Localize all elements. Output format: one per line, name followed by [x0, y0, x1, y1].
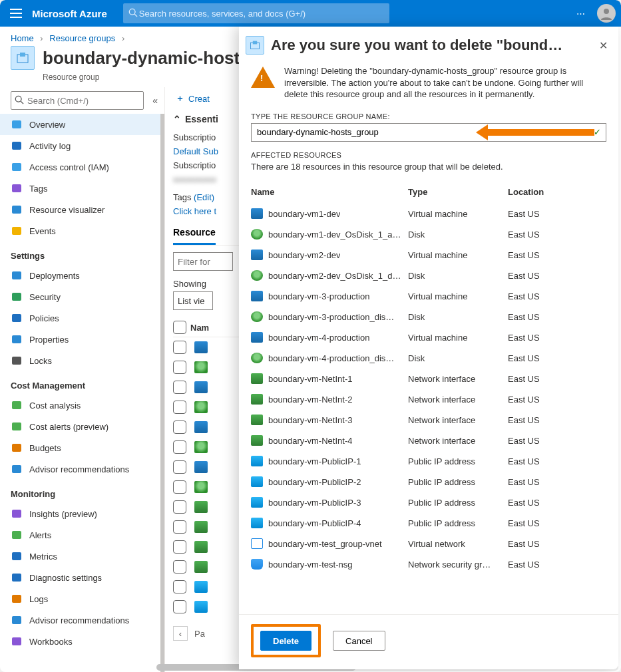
nav-item-advisor-recommendations[interactable]: Advisor recommendations — [0, 609, 160, 631]
nav-item-label: Deployments — [29, 271, 80, 281]
nav-item-cost-analysis[interactable]: Cost analysis — [0, 395, 160, 416]
insight-icon — [11, 508, 23, 519]
prev-page-button[interactable]: ‹ — [173, 626, 188, 641]
affected-note: There are 18 resources in this resource … — [239, 160, 618, 177]
breadcrumb-home[interactable]: Home — [11, 33, 34, 43]
column-name[interactable]: Nam — [190, 323, 209, 333]
affected-row[interactable]: boundary-vm-NetInt-4 Network interface E… — [251, 430, 606, 451]
affected-row[interactable]: boundary-vm-PublicIP-2 Public IP address… — [251, 472, 606, 492]
collapse-nav-icon[interactable]: « — [152, 95, 158, 106]
close-icon[interactable]: ✕ — [599, 39, 608, 52]
nav-item-diagnostic-settings[interactable]: Diagnostic settings — [0, 567, 160, 588]
svg-rect-26 — [12, 595, 21, 603]
select-all-checkbox[interactable] — [173, 321, 186, 334]
row-checkbox[interactable] — [173, 600, 186, 613]
delete-button[interactable]: Delete — [260, 631, 311, 651]
affected-row[interactable]: boundary-vm1-dev_OsDisk_1_a… Disk East U… — [251, 224, 606, 245]
affected-row[interactable]: boundary-vm-PublicIP-3 Public IP address… — [251, 492, 606, 513]
affected-row[interactable]: boundary-vm-4-production_dis… Disk East … — [251, 348, 606, 369]
row-checkbox[interactable] — [173, 401, 186, 414]
nav-item-access-control-iam-[interactable]: Access control (IAM) — [0, 156, 160, 178]
subscription-link[interactable]: Default Sub — [173, 146, 218, 156]
view-mode-select[interactable]: List vie — [173, 291, 213, 310]
affected-row[interactable]: boundary-vm1-dev Virtual machine East US — [251, 204, 606, 224]
nav-item-metrics[interactable]: Metrics — [0, 546, 160, 567]
row-checkbox[interactable] — [173, 500, 186, 514]
column-location[interactable]: Location — [508, 187, 574, 197]
advisor-icon — [11, 615, 23, 625]
breadcrumb-rg[interactable]: Resource groups — [49, 33, 115, 43]
svg-rect-23 — [12, 531, 21, 539]
nav-item-alerts[interactable]: Alerts — [0, 524, 160, 546]
affected-row[interactable]: boundary-vm-3-production Virtual machine… — [251, 286, 606, 307]
nav-item-overview[interactable]: Overview — [0, 114, 160, 135]
resource-type: Virtual machine — [408, 291, 508, 301]
row-checkbox[interactable] — [173, 420, 186, 434]
nav-item-advisor-recommendations[interactable]: Advisor recommendations — [0, 458, 160, 480]
column-name[interactable]: Name — [251, 187, 408, 197]
row-checkbox[interactable] — [173, 361, 186, 374]
resource-type: Disk — [408, 271, 508, 281]
affected-row[interactable]: boundary-vm2-dev_OsDisk_1_d… Disk East U… — [251, 265, 606, 286]
disk-icon — [194, 361, 208, 373]
row-checkbox[interactable] — [173, 520, 186, 534]
vm-icon — [194, 381, 208, 393]
nav-item-resource-visualizer[interactable]: Resource visualizer — [0, 199, 160, 220]
nav-item-security[interactable]: Security — [0, 286, 160, 307]
tags-edit[interactable]: (Edit) — [194, 192, 214, 202]
global-search-input[interactable] — [138, 8, 384, 19]
nav-item-events[interactable]: Events — [0, 220, 160, 242]
vnet-icon — [251, 538, 263, 549]
nav-search-input[interactable] — [11, 91, 144, 110]
create-button[interactable]: ＋ Creat — [176, 92, 210, 104]
nav-item-logs[interactable]: Logs — [0, 588, 160, 609]
net-icon — [251, 373, 263, 384]
row-checkbox[interactable] — [173, 560, 186, 574]
row-checkbox[interactable] — [173, 480, 186, 494]
nav-item-locks[interactable]: Locks — [0, 350, 160, 371]
nav-item-deployments[interactable]: Deployments — [0, 265, 160, 286]
row-checkbox[interactable] — [173, 460, 186, 474]
row-checkbox[interactable] — [173, 341, 186, 354]
tab-resources[interactable]: Resource — [173, 223, 216, 245]
column-type[interactable]: Type — [408, 187, 508, 197]
affected-row[interactable]: boundary-vm-PublicIP-4 Public IP address… — [251, 513, 606, 534]
vm-icon — [194, 341, 208, 353]
resource-location: East US — [508, 498, 574, 508]
row-checkbox[interactable] — [173, 381, 186, 394]
nav-item-activity-log[interactable]: Activity log — [0, 135, 160, 156]
affected-row[interactable]: boundary-vm-test_group-vnet Virtual netw… — [251, 534, 606, 554]
tags-add-link[interactable]: Click here t — [173, 206, 216, 216]
nav-item-tags[interactable]: Tags — [0, 178, 160, 199]
resource-filter-input[interactable] — [173, 252, 233, 271]
affected-row[interactable]: boundary-vm-4-production Virtual machine… — [251, 327, 606, 348]
row-checkbox[interactable] — [173, 440, 186, 454]
nav-item-cost-alerts-preview-[interactable]: Cost alerts (preview) — [0, 416, 160, 437]
row-checkbox[interactable] — [173, 540, 186, 554]
hamburger-icon[interactable] — [5, 9, 27, 18]
global-search[interactable] — [123, 3, 389, 23]
avatar[interactable] — [597, 4, 616, 23]
ip-icon — [251, 476, 263, 487]
nav-item-workbooks[interactable]: Workbooks — [0, 631, 160, 652]
resource-name: boundary-vm1-dev_OsDisk_1_a… — [268, 230, 401, 240]
cancel-button[interactable]: Cancel — [333, 631, 385, 651]
more-icon[interactable]: ⋯ — [576, 9, 586, 19]
affected-row[interactable]: boundary-vm2-dev Virtual machine East US — [251, 245, 606, 265]
nav-item-properties[interactable]: Properties — [0, 329, 160, 350]
affected-row[interactable]: boundary-vm-NetInt-3 Network interface E… — [251, 410, 606, 430]
affected-row[interactable]: boundary-vm-NetInt-1 Network interface E… — [251, 369, 606, 389]
confirm-name-input[interactable] — [251, 123, 606, 142]
affected-row[interactable]: boundary-vm-3-production_dis… Disk East … — [251, 307, 606, 327]
resource-location: East US — [508, 230, 574, 240]
affected-row[interactable]: boundary-vm-NetInt-2 Network interface E… — [251, 389, 606, 410]
svg-rect-9 — [12, 163, 21, 171]
policy-icon — [11, 313, 23, 323]
nav-item-policies[interactable]: Policies — [0, 307, 160, 329]
brand-label: Microsoft Azure — [32, 8, 107, 19]
row-checkbox[interactable] — [173, 580, 186, 593]
nav-item-budgets[interactable]: Budgets — [0, 437, 160, 458]
affected-row[interactable]: boundary-vm-test-nsg Network security gr… — [251, 554, 606, 575]
affected-row[interactable]: boundary-vm-PublicIP-1 Public IP address… — [251, 451, 606, 472]
nav-item-insights-preview-[interactable]: Insights (preview) — [0, 503, 160, 524]
